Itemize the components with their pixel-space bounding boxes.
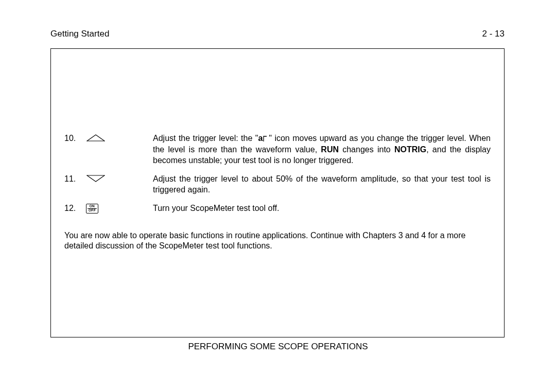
step-row: 10. Adjust the trigger level: the "a" ic…: [64, 133, 491, 166]
bold-run: RUN: [321, 145, 339, 154]
trigger-edge-icon: [263, 134, 268, 145]
arrow-up-icon: [86, 134, 106, 141]
onoff-off-label: OFF: [88, 209, 97, 212]
step-icon-cell: [86, 174, 153, 182]
step-row: 11. Adjust the trigger level to about 50…: [64, 174, 491, 195]
footer-caption: PERFORMING SOME SCOPE OPERATIONS: [0, 342, 556, 352]
header-left: Getting Started: [50, 29, 109, 39]
on-off-key-icon: ON OFF: [86, 204, 98, 213]
header-right: 2 - 13: [482, 29, 505, 39]
step-text: Adjust the trigger level: the "a" icon m…: [153, 133, 491, 166]
manual-page: Getting Started 2 - 13 10. Adjust the tr…: [0, 0, 556, 392]
step-number: 10.: [64, 133, 86, 144]
step-row: 12. ON OFF Turn your ScopeMeter test too…: [64, 203, 491, 213]
text-fragment: changes into: [339, 145, 394, 154]
page-header: Getting Started 2 - 13: [50, 29, 505, 39]
step-icon-cell: ON OFF: [86, 203, 153, 213]
step-text: Turn your ScopeMeter test tool off.: [153, 203, 491, 213]
content-frame: 10. Adjust the trigger level: the "a" ic…: [50, 48, 505, 337]
bold-a: a: [258, 134, 263, 142]
text-fragment: Adjust the trigger level: the ": [153, 134, 258, 142]
step-icon-cell: [86, 133, 153, 141]
step-number: 11.: [64, 174, 86, 184]
steps-list: 10. Adjust the trigger level: the "a" ic…: [64, 133, 491, 214]
step-text: Adjust the trigger level to about 50% of…: [153, 174, 491, 195]
arrow-down-icon: [86, 174, 106, 182]
step-number: 12.: [64, 203, 86, 213]
bold-notrig: NOTRIG: [394, 145, 426, 154]
closing-paragraph: You are now able to operate basic functi…: [64, 230, 491, 252]
